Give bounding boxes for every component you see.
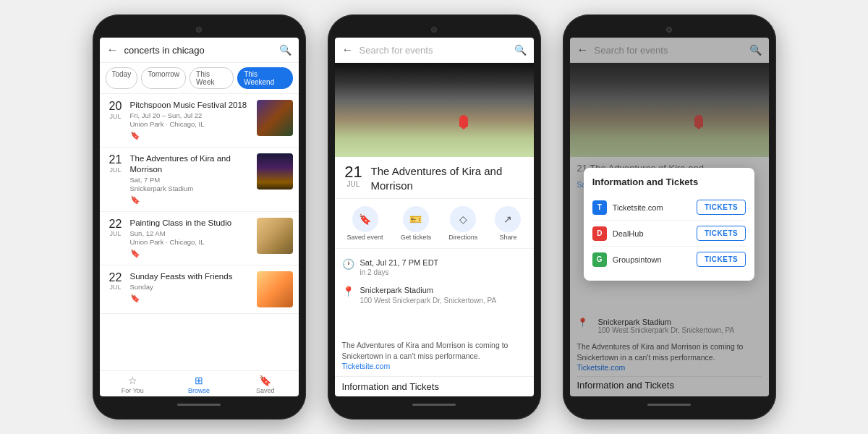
groupsintown-name: Groupsintown bbox=[613, 255, 691, 264]
filter-this-week[interactable]: This Week bbox=[190, 67, 234, 89]
nav-saved[interactable]: 🔖 Saved bbox=[232, 375, 299, 394]
event-2-bookmark-icon[interactable]: 🔖 bbox=[130, 195, 140, 204]
action-directions[interactable]: ◇ Directions bbox=[448, 206, 477, 241]
phones-container: ← concerts in chicago 🔍 Today Tomorrow T… bbox=[0, 0, 868, 434]
event-3-day: 22 bbox=[109, 218, 122, 231]
phone-3-bottom bbox=[570, 396, 769, 412]
groupsintown-logo: G bbox=[592, 252, 607, 267]
filter-today[interactable]: Today bbox=[106, 67, 138, 89]
dealhub-logo: D bbox=[592, 226, 607, 241]
back-arrow-icon[interactable]: ← bbox=[107, 43, 119, 56]
filter-tomorrow[interactable]: Tomorrow bbox=[141, 67, 186, 89]
filter-this-weekend[interactable]: This Weekend bbox=[237, 67, 292, 89]
venue-line1: Snickerpark Stadium bbox=[360, 285, 497, 296]
event-description: The Adventures of Kira and Morrison is c… bbox=[335, 340, 534, 376]
event-item-1[interactable]: 20 JUL Pitchspoon Music Festival 2018 Fr… bbox=[100, 94, 299, 148]
action-buttons: 🔖 Saved event 🎫 Get tickets ◇ Directions… bbox=[335, 199, 534, 249]
nav-browse[interactable]: ⊞ Browse bbox=[166, 375, 232, 394]
map-pin-icon bbox=[459, 115, 468, 127]
ticketsite-name: Ticketsite.com bbox=[613, 203, 691, 212]
event-1-bookmark-icon[interactable]: 🔖 bbox=[130, 131, 140, 140]
phone-2-screen: ← Search for events 🔍 21 JUL The Adventu… bbox=[335, 38, 534, 396]
event-3-name: Painting Class in the Studio bbox=[130, 218, 252, 229]
event-2-info: The Adventures of Kira and Morrison Sat,… bbox=[130, 153, 252, 205]
event-3-detail1: Sun, 12 AM bbox=[130, 229, 252, 237]
event-4-detail1: Sunday bbox=[130, 283, 252, 291]
action-saved-label: Saved event bbox=[347, 234, 383, 241]
action-tickets[interactable]: 🎫 Get tickets bbox=[401, 206, 432, 241]
event-3-bookmark-icon[interactable]: 🔖 bbox=[130, 249, 140, 258]
dealhub-name: DealHub bbox=[613, 229, 691, 238]
event-3-thumb bbox=[257, 218, 293, 254]
clock-icon: 🕐 bbox=[342, 258, 354, 270]
ticketsite-logo: T bbox=[592, 200, 607, 215]
event-detail-date: 21 JUL bbox=[342, 164, 365, 188]
description-link[interactable]: Ticketsite.com bbox=[342, 362, 391, 370]
event-2-name: The Adventures of Kira and Morrison bbox=[130, 153, 252, 175]
nav-for-you[interactable]: ☆ For You bbox=[100, 375, 166, 394]
nav-for-you-label: For You bbox=[122, 387, 144, 394]
time-info: Sat, Jul 21, 7 PM EDT in 2 days bbox=[360, 258, 439, 276]
event-3-date: 22 JUL bbox=[106, 218, 126, 238]
location-icon: 📍 bbox=[342, 286, 354, 297]
event-3-info: Painting Class in the Studio Sun, 12 AM … bbox=[130, 218, 252, 259]
phone-2-header: ← Search for events 🔍 bbox=[335, 38, 534, 63]
detail-rows: 🕐 Sat, Jul 21, 7 PM EDT in 2 days 📍 Snic… bbox=[335, 249, 534, 340]
venue-line2: 100 West Snickerpark Dr, Snickertown, PA bbox=[360, 297, 497, 305]
action-saved[interactable]: 🔖 Saved event bbox=[347, 206, 383, 241]
search-2-icon[interactable]: 🔍 bbox=[514, 44, 527, 56]
crowd-image bbox=[335, 63, 534, 157]
action-tickets-label: Get tickets bbox=[401, 234, 432, 241]
event-3-month: JUL bbox=[109, 230, 121, 237]
phone-1-bottom bbox=[100, 396, 299, 412]
event-item-4[interactable]: 22 JUL Sunday Feasts with Friends Sunday… bbox=[100, 265, 299, 314]
home-indicator bbox=[177, 404, 221, 406]
phone-3-screen: ← Search for events 🔍 21 The Adventures … bbox=[570, 38, 769, 396]
phone-3: ← Search for events 🔍 21 The Adventures … bbox=[563, 14, 776, 420]
event-1-detail2: Union Park · Chicago, IL bbox=[130, 120, 252, 128]
venue-row: 📍 Snickerpark Stadium 100 West Snickerpa… bbox=[342, 281, 527, 308]
event-1-date: 20 JUL bbox=[106, 100, 126, 120]
search-box[interactable]: concerts in chicago bbox=[124, 45, 273, 56]
event-4-bookmark-icon[interactable]: 🔖 bbox=[130, 294, 140, 302]
time-line2: in 2 days bbox=[360, 268, 439, 276]
event-detail-title: The Adventures of Kira and Morrison bbox=[371, 164, 527, 192]
groupsintown-button[interactable]: TICKETS bbox=[697, 252, 746, 267]
event-detail-month: JUL bbox=[347, 180, 360, 188]
event-item-2[interactable]: 21 JUL The Adventures of Kira and Morris… bbox=[100, 148, 299, 212]
event-4-date: 22 JUL bbox=[106, 271, 126, 292]
time-line1: Sat, Jul 21, 7 PM EDT bbox=[360, 258, 439, 268]
nav-saved-label: Saved bbox=[256, 387, 275, 394]
phone-2-camera bbox=[431, 27, 437, 33]
event-item-3[interactable]: 22 JUL Painting Class in the Studio Sun,… bbox=[100, 212, 299, 265]
saved-icon: 🔖 bbox=[259, 375, 271, 386]
ticket-row-2: D DealHub TICKETS bbox=[592, 221, 746, 247]
action-share-label: Share bbox=[499, 234, 516, 241]
get-tickets-icon: 🎫 bbox=[403, 206, 429, 232]
share-icon: ↗ bbox=[495, 206, 521, 232]
event-4-info: Sunday Feasts with Friends Sunday 🔖 bbox=[130, 271, 252, 304]
search-box-2[interactable]: Search for events bbox=[359, 45, 509, 56]
dealhub-button[interactable]: TICKETS bbox=[697, 226, 746, 241]
phone-1-header: ← concerts in chicago 🔍 bbox=[100, 38, 299, 63]
action-share[interactable]: ↗ Share bbox=[495, 206, 521, 241]
ticketsite-button[interactable]: TICKETS bbox=[697, 200, 746, 215]
nav-browse-label: Browse bbox=[188, 387, 210, 394]
tickets-modal: Information and Tickets T Ticketsite.com… bbox=[584, 168, 755, 281]
search-icon[interactable]: 🔍 bbox=[279, 44, 292, 56]
phone-3-top-bar bbox=[570, 22, 769, 38]
phone-2-bottom bbox=[335, 396, 534, 412]
event-2-detail1: Sat, 7 PM bbox=[130, 176, 252, 184]
bottom-nav: ☆ For You ⊞ Browse 🔖 Saved bbox=[100, 370, 299, 396]
back-arrow-2-icon[interactable]: ← bbox=[342, 43, 354, 56]
event-list: 20 JUL Pitchspoon Music Festival 2018 Fr… bbox=[100, 94, 299, 370]
event-detail-day: 21 bbox=[344, 164, 362, 180]
event-4-thumb bbox=[257, 271, 293, 307]
ticket-row-3: G Groupsintown TICKETS bbox=[592, 247, 746, 272]
venue-info: Snickerpark Stadium 100 West Snickerpark… bbox=[360, 285, 497, 304]
filter-tabs: Today Tomorrow This Week This Weekend bbox=[100, 63, 299, 94]
phone-1-top-bar bbox=[100, 22, 299, 38]
event-2-day: 21 bbox=[109, 153, 122, 166]
phone-2: ← Search for events 🔍 21 JUL The Adventu… bbox=[328, 14, 541, 420]
directions-icon: ◇ bbox=[450, 206, 476, 232]
